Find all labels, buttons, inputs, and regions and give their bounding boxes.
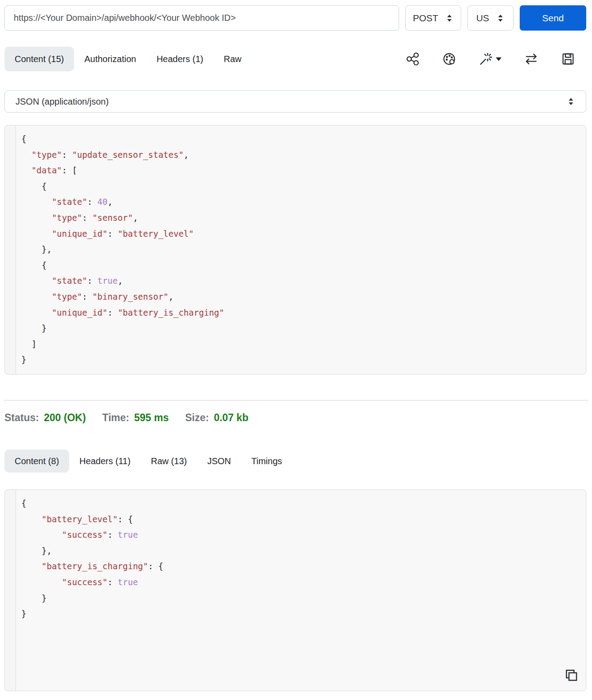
share-button[interactable] — [406, 52, 420, 66]
size-value: 0.07 kb — [214, 412, 248, 424]
request-body-code[interactable]: { "type": "update_sensor_states", "data"… — [16, 125, 229, 374]
copy-response-button[interactable] — [564, 668, 579, 684]
method-select[interactable]: POST — [405, 5, 461, 31]
url-input[interactable] — [4, 5, 399, 31]
viewer-gutter — [5, 490, 16, 691]
status-value: 200 (OK) — [44, 412, 86, 424]
palette-icon[interactable] — [442, 52, 456, 66]
updown-arrows-icon — [496, 13, 505, 23]
theme-button[interactable] — [442, 52, 456, 66]
magic-wand-icon[interactable] — [478, 52, 493, 66]
tab-headers[interactable]: Headers (1) — [146, 47, 214, 71]
response-body-code: { "battery_level": { "success": true }, … — [16, 490, 168, 691]
body-type-select-value: JSON (application/json) — [16, 97, 109, 107]
send-button[interactable]: Send — [520, 5, 586, 31]
request-url-bar: POST US Send — [4, 5, 586, 31]
size-label: Size: — [185, 412, 209, 424]
share-icon[interactable] — [406, 52, 420, 66]
locale-select[interactable]: US — [467, 5, 514, 31]
tab-content[interactable]: Content (15) — [4, 47, 74, 71]
time-value: 595 ms — [134, 412, 169, 424]
response-status-bar: Status: 200 (OK) Time: 595 ms Size: 0.07… — [4, 412, 592, 424]
tab-authorization[interactable]: Authorization — [74, 47, 146, 71]
tab-raw[interactable]: Raw — [214, 47, 252, 71]
save-request-button[interactable] — [561, 52, 575, 66]
tab-response-content[interactable]: Content (8) — [4, 450, 69, 473]
tab-response-headers[interactable]: Headers (11) — [69, 450, 141, 473]
save-icon[interactable] — [561, 52, 575, 66]
body-type-select[interactable]: JSON (application/json) — [4, 90, 586, 113]
swap-format-button[interactable] — [524, 52, 539, 66]
request-tabs: Content (15) Authorization Headers (1) R… — [4, 47, 583, 71]
time-label: Time: — [102, 412, 129, 424]
updown-arrows-icon — [567, 96, 575, 107]
swap-arrows-icon[interactable] — [524, 52, 539, 66]
locale-select-value: US — [476, 13, 489, 23]
chevron-down-icon — [496, 57, 502, 61]
response-tabs: Content (8) Headers (11) Raw (13) JSON T… — [4, 450, 583, 473]
status-label: Status: — [4, 412, 39, 424]
request-toolbar — [406, 52, 583, 66]
magic-actions-button[interactable] — [478, 52, 502, 66]
copy-icon[interactable] — [564, 668, 579, 683]
method-select-value: POST — [413, 13, 438, 23]
tab-response-timings[interactable]: Timings — [241, 450, 292, 473]
editor-gutter — [5, 125, 16, 374]
section-divider — [4, 400, 588, 401]
tab-response-json[interactable]: JSON — [197, 450, 241, 473]
response-body-viewer: { "battery_level": { "success": true }, … — [4, 489, 586, 691]
tab-response-raw[interactable]: Raw (13) — [141, 450, 197, 473]
request-body-editor[interactable]: { "type": "update_sensor_states", "data"… — [4, 125, 586, 375]
updown-arrows-icon — [445, 13, 454, 23]
